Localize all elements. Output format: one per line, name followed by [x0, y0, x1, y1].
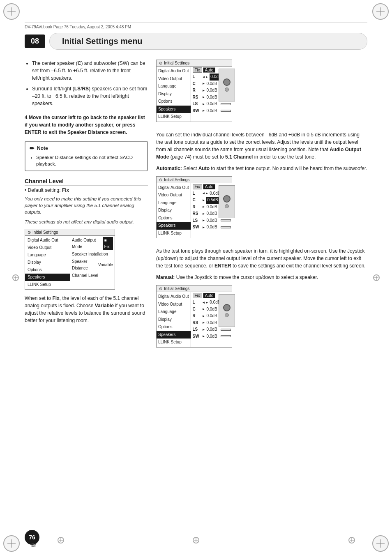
panel2-row: ⊙ Initial Settings Digital Audio Out Vid… [156, 176, 367, 244]
r2-SW-arrow: ► [202, 225, 205, 230]
r3-menu-lang: Language [157, 308, 191, 316]
r2-menu: Digital Audio Out Video Output Language … [157, 183, 191, 238]
reg-mark-right [373, 274, 380, 281]
r3-menu-options: Options [157, 323, 191, 331]
step-4-instruction: 4 Move the cursor left to go back to the… [25, 114, 148, 136]
r1-SW-value: 0.0dB [206, 108, 219, 115]
r2-menu-video: Video Output [157, 191, 191, 199]
r2-menu-llink: LLINK Setup [157, 230, 191, 237]
right-panel-3-title: Initial Settings [164, 286, 189, 291]
speaker-small-1 [225, 88, 229, 92]
menu-video-output: Video Output [25, 244, 70, 251]
menu-speakers[interactable]: Speakers [25, 274, 70, 281]
bullet-item-1: The center speaker (C) and subwoofer (SW… [32, 60, 148, 82]
r2-menu-speakers[interactable]: Speakers [157, 222, 191, 230]
left-settings-panel-title: Initial Settings [32, 230, 58, 235]
r2-ch-SW: SW ► 0.0dB [193, 224, 235, 231]
page-lang: En [31, 543, 36, 548]
corner-decoration-tl [3, 3, 20, 20]
r2-LS-bar [221, 219, 231, 221]
speaker-visual-1 [219, 69, 235, 101]
right-panel-2-title: Initial Settings [164, 177, 189, 182]
page-number: 76 [25, 530, 39, 545]
manual-text: Manual: Use the Joystick to move the cur… [156, 274, 367, 281]
r1-SW-arrow: ► [202, 108, 205, 113]
r2-C-arrow: ► [202, 198, 205, 203]
content-row-channel-level: Channel Level [72, 272, 113, 279]
speaker-dist-label: Speaker Distance [72, 258, 97, 272]
r2-RS-value: 0.0dB [206, 210, 219, 217]
r2-LS-arrow: ► [202, 218, 205, 223]
channel-level-label-menu: Channel Level [72, 272, 98, 279]
disc-icon-r1: ⊙ [159, 61, 162, 65]
r1-menu-video: Video Output [157, 75, 191, 83]
r2-LS-label: LS [193, 217, 201, 224]
r1-menu: Digital Audio Out Video Output Language … [157, 67, 191, 122]
r3-R-arrow: ► [202, 313, 205, 319]
panel1-row: ⊙ Initial Settings Digital Audio Out Vid… [156, 60, 367, 127]
right-panel-1: ⊙ Initial Settings Digital Audio Out Vid… [156, 60, 232, 122]
manual-label: Manual: [156, 274, 175, 280]
corner-decoration-tr [372, 3, 389, 20]
r1-auto-btn[interactable]: Auto [203, 67, 216, 73]
bullet-list: The center speaker (C) and subwoofer (SW… [25, 60, 148, 107]
right-panel-3-header: ⊙ Initial Settings [157, 286, 232, 292]
r1-menu-lang: Language [157, 83, 191, 90]
r1-R-arrow: ► [202, 88, 205, 93]
r3-R-label: R [193, 313, 201, 320]
r3-RS-value: 0.0dB [206, 320, 219, 327]
default-setting: • Default setting: Fix [25, 187, 148, 193]
r3-LS-label: LS [193, 326, 201, 333]
r2-R-arrow: ► [202, 204, 205, 210]
r2-RS-arrow: ► [202, 211, 205, 216]
r3-R-value: 0.0dB [206, 313, 219, 320]
r3-L-arrow: ◄► [202, 300, 209, 305]
reg-mark-bottom-right [348, 537, 355, 543]
content-row-audio-mode: Audio Output Mode ■ Fix [72, 237, 113, 251]
r2-SW-value: 0.0dB [206, 224, 219, 231]
r2-auto-btn[interactable]: Auto [203, 184, 216, 189]
r1-ch-LS: LS ► 0.0dB [193, 101, 235, 108]
r3-menu: Digital Audio Out Video Output Language … [157, 292, 191, 347]
channel-level-heading: Channel Level [25, 178, 148, 186]
auto-label: Automatic: [156, 166, 182, 171]
menu-options: Options [25, 266, 70, 274]
reg-mark-bottom-center [193, 537, 199, 543]
reg-mark-left [12, 274, 19, 281]
r3-menu-display: Display [157, 316, 191, 324]
r3-L-label: L [193, 299, 201, 306]
r2-fix-btn[interactable]: Fix [193, 184, 202, 189]
main-content: The center speaker (C) and subwoofer (SW… [25, 60, 367, 522]
r1-SW-label: SW [193, 108, 201, 115]
speaker-small-2 [225, 204, 229, 208]
right-column: ⊙ Initial Settings Digital Audio Out Vid… [156, 60, 367, 522]
panel3-row: ⊙ Initial Settings Digital Audio Out Vid… [156, 285, 367, 352]
r1-LS-label: LS [193, 101, 201, 108]
corner-decoration-br [372, 535, 389, 552]
r2-RS-label: RS [193, 210, 201, 217]
r1-menu-digital: Digital Audio Out [157, 67, 191, 75]
right-panel-3-body: Digital Audio Out Video Output Language … [157, 292, 232, 347]
r2-menu-digital: Digital Audio Out [157, 184, 191, 192]
r3-auto-btn[interactable]: Auto [203, 293, 216, 298]
r1-fix-btn[interactable]: Fix [193, 67, 202, 73]
r1-menu-llink: LLINK Setup [157, 113, 191, 121]
left-column: The center speaker (C) and subwoofer (SW… [25, 60, 148, 522]
right-panel-1-title: Initial Settings [164, 61, 189, 65]
r1-menu-speakers[interactable]: Speakers [157, 106, 191, 113]
left-settings-panel-header: ⊙ Initial Settings [25, 229, 115, 236]
r3-menu-speakers[interactable]: Speakers [157, 331, 191, 339]
r3-RS-arrow: ► [202, 320, 205, 325]
disc-icon-r3: ⊙ [159, 286, 162, 291]
r2-menu-display: Display [157, 207, 191, 214]
r2-C-label: C [193, 197, 201, 204]
note-item-1: Speaker Distance settings do not affect … [36, 154, 143, 167]
italic-text-1: You only need to make this setting if yo… [25, 196, 148, 215]
r1-ch-SW: SW ► 0.0dB [193, 108, 235, 115]
right-panel-3: ⊙ Initial Settings Digital Audio Out Vid… [156, 285, 232, 348]
r1-C-label: C [193, 81, 201, 88]
right-panel-2-body: Digital Audio Out Video Output Language … [157, 183, 232, 238]
page-title: Initial Settings menu [49, 33, 367, 50]
r3-fix-btn[interactable]: Fix [193, 293, 202, 298]
r2-L-arrow: ◄► [202, 191, 209, 196]
